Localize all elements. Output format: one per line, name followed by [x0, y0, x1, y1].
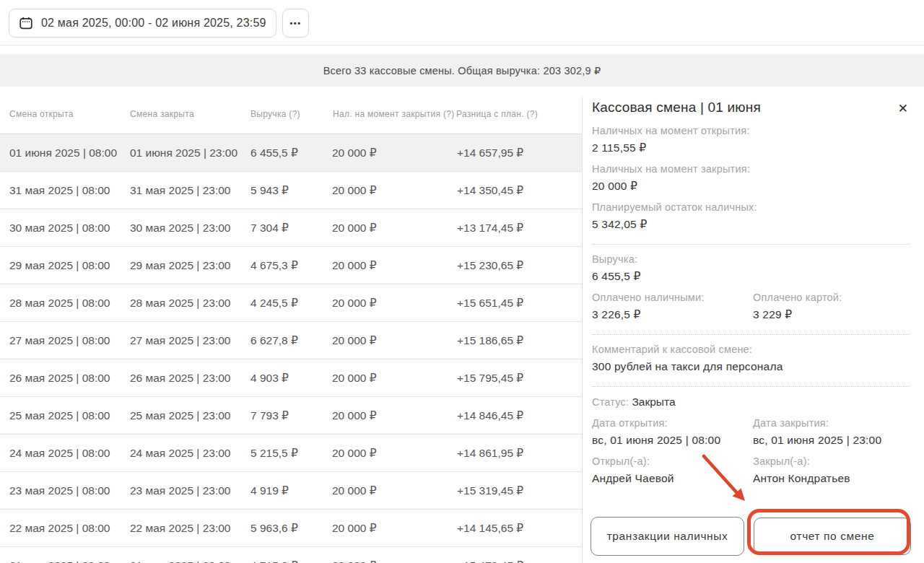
cell-opened: 23 мая 2025 | 08:00: [9, 472, 110, 510]
cell-plan_diff: +14 145,65 ₽: [457, 510, 523, 547]
field-value: 2 115,55 ₽: [592, 141, 910, 154]
cell-revenue: 4 919 ₽: [250, 472, 289, 510]
cell-revenue: 7 793 ₽: [250, 397, 289, 435]
cell-plan_diff: +15 319,45 ₽: [457, 472, 523, 510]
cell-revenue: 4 675,3 ₽: [250, 247, 298, 284]
cell-cash_at_close: 20 000 ₽: [332, 134, 377, 172]
field-value: 20 000 ₽: [592, 180, 910, 193]
cell-closed: 01 июня 2025 | 23:00: [130, 134, 237, 172]
field-label: Дата закрытия:: [753, 417, 910, 429]
cell-plan_diff: +14 350,45 ₽: [457, 172, 523, 209]
cell-revenue: 4 903 ₽: [250, 359, 289, 397]
field-label: Наличных на момент открытия:: [592, 125, 910, 136]
field-value: Антон Кондратьев: [753, 472, 910, 485]
cash-transactions-button[interactable]: транзакции наличных: [590, 517, 744, 556]
section-divider: [592, 386, 910, 387]
cell-cash_at_close: 20 000 ₽: [332, 209, 377, 247]
cell-cash_at_close: 20 000 ₽: [332, 510, 377, 547]
field-value: 6 455,5 ₽: [592, 270, 910, 283]
shift-detail-panel: Кассовая смена | 01 июня ✕ Наличных на м…: [583, 87, 924, 563]
table-row[interactable]: 28 мая 2025 | 08:0028 мая 2025 | 23:004 …: [0, 284, 583, 321]
field-paid-cash: Оплачено наличными: 3 226,5 ₽: [592, 292, 753, 321]
field-value: 5 342,05 ₽: [592, 218, 910, 231]
cell-revenue: 7 304 ₽: [250, 209, 289, 247]
table-row[interactable]: 29 мая 2025 | 08:0029 мая 2025 | 23:004 …: [0, 246, 583, 284]
cell-revenue: 6 455,5 ₽: [250, 134, 298, 172]
cell-opened: 27 мая 2025 | 08:00: [9, 322, 110, 359]
field-comment: Комментарий к кассовой смене: 300 рублей…: [592, 344, 910, 373]
cell-closed: 23 мая 2025 | 23:00: [130, 472, 230, 510]
field-cash-at-open: Наличных на момент открытия: 2 115,55 ₽: [592, 125, 910, 154]
table-row[interactable]: 22 мая 2025 | 08:0022 мая 2025 | 23:005 …: [0, 509, 583, 546]
cell-cash_at_close: 20 000 ₽: [332, 284, 377, 322]
field-planned-cash-rest: Планируемый остаток наличных: 5 342,05 ₽: [592, 201, 910, 231]
cell-plan_diff: +14 657,95 ₽: [457, 134, 523, 172]
cell-cash_at_close: 20 000 ₽: [332, 359, 377, 397]
table-row[interactable]: 25 мая 2025 | 08:0025 мая 2025 | 23:007 …: [0, 396, 583, 434]
field-paid-card: Оплачено картой: 3 229 ₽: [753, 292, 910, 321]
cell-plan_diff: +15 186,65 ₽: [457, 322, 523, 359]
field-value: 3 226,5 ₽: [592, 308, 753, 321]
close-icon[interactable]: ✕: [897, 101, 910, 116]
cell-cash_at_close: 20 000 ₽: [332, 435, 377, 472]
shifts-table-body: 01 июня 2025 | 08:0001 июня 2025 | 23:00…: [0, 134, 583, 563]
cell-opened: 25 мая 2025 | 08:00: [9, 397, 110, 435]
field-label: Наличных на момент закрытия:: [592, 163, 910, 175]
cell-plan_diff: +15 795,45 ₽: [457, 359, 523, 397]
cell-revenue: 4 715,3 ₽: [250, 547, 298, 563]
cell-cash_at_close: 20 000 ₽: [332, 172, 377, 209]
header-shift-opened: Смена открыта: [9, 109, 74, 119]
ellipsis-icon: •••: [289, 19, 301, 27]
cell-opened: 29 мая 2025 | 08:00: [9, 247, 110, 284]
cell-closed: 25 мая 2025 | 23:00: [130, 397, 230, 435]
cell-closed: 31 мая 2025 | 23:00: [130, 172, 230, 209]
cell-revenue: 5 963,6 ₽: [250, 510, 298, 547]
cell-closed: 26 мая 2025 | 23:00: [130, 359, 230, 397]
cell-plan_diff: +13 174,45 ₽: [457, 209, 523, 247]
more-options-button[interactable]: •••: [282, 9, 309, 38]
cell-closed: 27 мая 2025 | 23:00: [130, 322, 230, 359]
table-row[interactable]: 24 мая 2025 | 08:0024 мая 2025 | 23:005 …: [0, 434, 583, 471]
field-label: Оплачено картой:: [753, 292, 910, 303]
table-header-row: Смена открыта Смена закрыта Выручка (?) …: [0, 109, 583, 123]
table-row[interactable]: 30 мая 2025 | 08:0030 мая 2025 | 23:007 …: [0, 209, 583, 246]
field-status: Статус: Закрыта: [592, 396, 910, 409]
field-close-date: Дата закрытия: вс, 01 июня 2025 | 23:00: [753, 417, 910, 447]
table-row[interactable]: 31 мая 2025 | 08:0031 мая 2025 | 23:005 …: [0, 171, 583, 209]
cell-plan_diff: +14 861,95 ₽: [457, 435, 523, 472]
date-range-button[interactable]: 02 мая 2025, 00:00 - 02 июня 2025, 23:59: [9, 9, 276, 38]
section-divider: [592, 334, 910, 335]
cell-closed: 28 мая 2025 | 23:00: [130, 284, 230, 322]
header-shift-closed: Смена закрыта: [130, 109, 194, 119]
cell-opened: 31 мая 2025 | 08:00: [9, 172, 110, 209]
cell-plan_diff: +14 846,45 ₽: [457, 397, 523, 435]
cell-cash_at_close: 20 000 ₽: [332, 472, 377, 510]
cell-plan_diff: +15 230,65 ₽: [457, 247, 523, 284]
header-revenue: Выручка (?): [250, 109, 300, 119]
cell-opened: 30 мая 2025 | 08:00: [9, 209, 110, 247]
date-range-label: 02 мая 2025, 00:00 - 02 июня 2025, 23:59: [41, 17, 266, 30]
cell-cash_at_close: 20 000 ₽: [332, 247, 377, 284]
panel-title: Кассовая смена | 01 июня: [592, 100, 761, 115]
table-row[interactable]: 01 июня 2025 | 08:0001 июня 2025 | 23:00…: [0, 134, 583, 171]
field-label: Планируемый остаток наличных:: [592, 201, 910, 213]
table-row[interactable]: 21 мая 2025 | 08:0021 мая 2025 | 23:004 …: [0, 546, 583, 563]
cell-revenue: 6 627,8 ₽: [250, 322, 298, 359]
field-label: Оплачено наличными:: [592, 292, 753, 303]
field-cash-at-close: Наличных на момент закрытия: 20 000 ₽: [592, 163, 910, 193]
cell-opened: 24 мая 2025 | 08:00: [9, 435, 110, 472]
table-row[interactable]: 27 мая 2025 | 08:0027 мая 2025 | 23:006 …: [0, 321, 583, 359]
field-open-date: Дата открытия: вс, 01 июня 2025 | 08:00: [592, 417, 753, 447]
shift-report-button[interactable]: отчет по смене: [754, 518, 911, 555]
table-row[interactable]: 23 мая 2025 | 08:0023 мая 2025 | 23:004 …: [0, 471, 583, 509]
cell-opened: 01 июня 2025 | 08:00: [9, 134, 117, 172]
field-value: вс, 01 июня 2025 | 08:00: [592, 434, 753, 447]
summary-bar: Всего 33 кассовые смены. Общая выручка: …: [0, 54, 924, 87]
field-opened-by: Открыл(-а): Андрей Чаевой: [592, 455, 753, 485]
status-value: Закрыта: [632, 396, 675, 408]
header-plan-diff: Разница с план. (?): [456, 109, 538, 119]
field-value: 300 рублей на такси для персонала: [592, 360, 910, 373]
cell-cash_at_close: 20 000 ₽: [332, 547, 377, 563]
table-row[interactable]: 26 мая 2025 | 08:0026 мая 2025 | 23:004 …: [0, 359, 583, 396]
field-value: Андрей Чаевой: [592, 472, 753, 485]
